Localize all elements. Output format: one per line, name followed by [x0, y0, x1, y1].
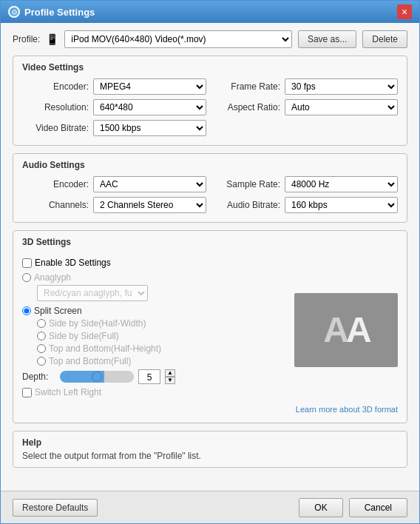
- aa-right-letter: A: [346, 310, 369, 349]
- help-title: Help: [22, 437, 398, 448]
- audio-encoder-select[interactable]: AAC: [93, 176, 206, 192]
- video-bitrate-row: Video Bitrate: 1500 kbps: [22, 120, 206, 136]
- audio-bitrate-select[interactable]: 160 kbps: [285, 197, 398, 213]
- ok-button[interactable]: OK: [299, 498, 342, 517]
- aspect-ratio-label: Aspect Ratio:: [214, 102, 280, 112]
- top-bottom-half-row: Top and Bottom(Half-Height): [37, 343, 287, 354]
- profile-label: Profile:: [13, 34, 40, 44]
- audio-bitrate-row: Audio Bitrate: 160 kbps: [214, 197, 398, 213]
- side-by-side-full-radio[interactable]: [37, 332, 46, 340]
- footer: Restore Defaults OK Cancel: [1, 491, 419, 523]
- split-screen-radio[interactable]: [22, 306, 31, 315]
- video-bitrate-label: Video Bitrate:: [22, 123, 89, 133]
- side-by-side-half-row: Side by Side(Half-Width): [37, 318, 287, 329]
- resolution-form-row: Resolution: 640*480: [22, 99, 206, 115]
- help-text: Select the output format from the "Profi…: [22, 451, 398, 461]
- main-content: Profile: 📱 iPod MOV(640×480) Video(*.mov…: [1, 23, 419, 491]
- title-bar: Profile Settings ×: [1, 1, 419, 23]
- audio-bitrate-form-row: Audio Bitrate: 160 kbps: [214, 197, 398, 213]
- encoder-select[interactable]: MPEG4: [93, 78, 206, 95]
- switch-lr-label: Switch Left Right: [35, 387, 101, 397]
- side-by-side-half-label: Side by Side(Half-Width): [49, 318, 146, 329]
- sample-rate-select[interactable]: 48000 Hz: [285, 176, 398, 192]
- profile-row: Profile: 📱 iPod MOV(640×480) Video(*.mov…: [13, 30, 407, 48]
- audio-encoder-row: Encoder: AAC: [22, 176, 206, 192]
- aa-left-letter: A: [323, 310, 346, 349]
- 3d-settings-title: 3D Settings: [22, 237, 71, 247]
- save-as-button[interactable]: Save as...: [298, 30, 356, 48]
- channels-row: Channels: 2 Channels Stereo: [22, 197, 206, 213]
- enable-3d-label: Enable 3D Settings: [35, 258, 111, 268]
- aa-preview-box: AA: [294, 293, 398, 367]
- split-screen-label: Split Screen: [34, 306, 82, 316]
- 3d-title-row: 3D Settings: [22, 237, 398, 253]
- video-settings-title: Video Settings: [22, 62, 398, 73]
- audio-bitrate-label: Audio Bitrate:: [214, 200, 280, 210]
- audio-encoder-label: Encoder:: [22, 179, 89, 189]
- depth-slider[interactable]: [60, 371, 134, 383]
- resolution-label: Resolution:: [22, 102, 89, 112]
- audio-settings-grid: Encoder: AAC Sample Rate: 48000 Hz: [22, 176, 398, 213]
- encoder-form-row: Encoder: MPEG4: [22, 78, 206, 95]
- top-bottom-full-row: Top and Bottom(Full): [37, 356, 287, 366]
- aspect-ratio-select[interactable]: Auto: [285, 99, 398, 115]
- delete-button[interactable]: Delete: [362, 30, 407, 48]
- top-bottom-full-radio[interactable]: [37, 357, 46, 366]
- encoder-label: Encoder:: [22, 81, 89, 92]
- side-by-side-full-label: Side by Side(Full): [49, 331, 119, 341]
- learn-more-row: Learn more about 3D format: [22, 405, 398, 414]
- window-icon: [8, 6, 20, 18]
- 3d-preview: AA: [294, 258, 398, 402]
- help-section: Help Select the output format from the "…: [13, 431, 407, 468]
- side-by-side-full-row: Side by Side(Full): [37, 331, 287, 341]
- frame-rate-row: Frame Rate: 30 fps: [214, 78, 398, 95]
- frame-rate-label: Frame Rate:: [214, 81, 280, 92]
- top-bottom-half-label: Top and Bottom(Half-Height): [49, 343, 161, 354]
- audio-encoder-form-row: Encoder: AAC: [22, 176, 206, 192]
- title-bar-left: Profile Settings: [8, 6, 95, 18]
- depth-value: 5: [138, 369, 160, 384]
- depth-down-button[interactable]: ▼: [165, 377, 175, 384]
- resolution-select[interactable]: 640*480: [93, 99, 206, 115]
- footer-right: OK Cancel: [299, 498, 407, 517]
- video-settings-grid: Encoder: MPEG4 Frame Rate: 30 fps: [22, 78, 398, 136]
- cancel-button[interactable]: Cancel: [349, 498, 407, 517]
- sample-rate-form-row: Sample Rate: 48000 Hz: [214, 176, 398, 192]
- enable-3d-checkbox[interactable]: [22, 258, 32, 268]
- video-bitrate-select[interactable]: 1500 kbps: [93, 120, 206, 136]
- frame-rate-form-row: Frame Rate: 30 fps: [214, 78, 398, 95]
- audio-settings-section: Audio Settings Encoder: AAC Sample Rate:: [13, 153, 407, 223]
- anaglyph-select[interactable]: Red/cyan anaglyph, full color: [37, 285, 148, 301]
- split-screen-radio-row: Split Screen: [22, 306, 287, 316]
- close-button[interactable]: ×: [397, 4, 412, 19]
- profile-settings-window: Profile Settings × Profile: 📱 iPod MOV(6…: [0, 0, 420, 524]
- frame-rate-select[interactable]: 30 fps: [285, 78, 398, 95]
- video-settings-section: Video Settings Encoder: MPEG4 Frame Rate…: [13, 56, 407, 146]
- switch-lr-checkbox[interactable]: [22, 388, 32, 397]
- resolution-row: Resolution: 640*480: [22, 99, 206, 115]
- 3d-left: Enable 3D Settings Anaglyph Red/cyan ana…: [22, 258, 287, 402]
- anaglyph-radio[interactable]: [22, 273, 31, 282]
- side-by-side-half-radio[interactable]: [37, 319, 46, 328]
- switch-lr-row: Switch Left Right: [22, 387, 287, 397]
- depth-up-button[interactable]: ▲: [165, 369, 175, 377]
- sample-rate-row: Sample Rate: 48000 Hz: [214, 176, 398, 192]
- profile-select[interactable]: iPod MOV(640×480) Video(*.mov): [64, 30, 292, 48]
- profile-icon: 📱: [46, 33, 58, 45]
- channels-label: Channels:: [22, 200, 89, 210]
- anaglyph-radio-row: Anaglyph: [22, 272, 287, 283]
- channels-select[interactable]: 2 Channels Stereo: [93, 197, 206, 213]
- split-screen-options: Side by Side(Half-Width) Side by Side(Fu…: [37, 318, 287, 366]
- aspect-ratio-row: Aspect Ratio: Auto: [214, 99, 398, 115]
- top-bottom-half-radio[interactable]: [37, 344, 46, 353]
- top-bottom-full-label: Top and Bottom(Full): [49, 356, 131, 366]
- 3d-body: Enable 3D Settings Anaglyph Red/cyan ana…: [22, 258, 398, 402]
- depth-spinner: ▲ ▼: [165, 369, 175, 384]
- sample-rate-label: Sample Rate:: [214, 179, 280, 189]
- restore-defaults-button[interactable]: Restore Defaults: [13, 499, 98, 517]
- 3d-settings-section: 3D Settings Enable 3D Settings Anaglyph: [13, 230, 407, 423]
- window-title: Profile Settings: [24, 7, 95, 18]
- enable-3d-row: Enable 3D Settings: [22, 258, 287, 268]
- anaglyph-select-row: Red/cyan anaglyph, full color: [37, 285, 287, 301]
- learn-more-link[interactable]: Learn more about 3D format: [296, 405, 398, 414]
